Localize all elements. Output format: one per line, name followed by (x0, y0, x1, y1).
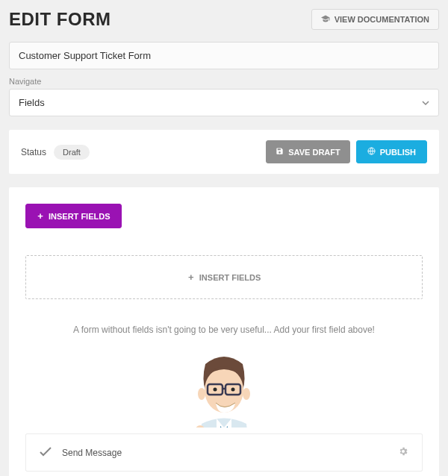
insert-fields-button[interactable]: + INSERT FIELDS (25, 204, 122, 228)
send-message-action[interactable]: Send Message (25, 433, 423, 472)
gear-icon[interactable] (398, 446, 408, 459)
svg-point-8 (231, 388, 235, 392)
chevron-down-icon (422, 98, 429, 108)
check-icon (40, 447, 52, 459)
save-icon (276, 147, 284, 157)
plus-icon: + (37, 211, 44, 221)
insert-fields-dropzone[interactable]: + INSERT FIELDS (25, 255, 423, 299)
svg-point-1 (205, 368, 243, 413)
publish-label: PUBLISH (380, 148, 416, 157)
plus-icon: + (187, 272, 195, 282)
save-draft-button[interactable]: SAVE DRAFT (266, 140, 349, 163)
view-documentation-label: VIEW DOCUMENTATION (335, 15, 429, 24)
svg-point-3 (243, 388, 250, 400)
publish-button[interactable]: PUBLISH (356, 140, 427, 163)
navigate-label: Navigate (9, 77, 439, 86)
globe-icon (367, 147, 376, 157)
status-badge: Draft (54, 145, 90, 160)
view-documentation-button[interactable]: VIEW DOCUMENTATION (311, 9, 439, 30)
navigate-selected-value: Fields (19, 97, 45, 108)
graduation-cap-icon (321, 15, 330, 24)
fields-panel: + INSERT FIELDS + INSERT FIELDS A form w… (9, 187, 439, 476)
helper-avatar (25, 353, 423, 428)
status-bar: Status Draft SAVE DRAFT PUBLISH (9, 130, 439, 174)
status-label: Status (21, 147, 46, 157)
save-draft-label: SAVE DRAFT (288, 148, 340, 157)
navigate-select[interactable]: Fields (9, 89, 439, 116)
send-message-label: Send Message (62, 448, 122, 458)
svg-point-2 (198, 388, 205, 400)
dropzone-label: INSERT FIELDS (199, 273, 261, 282)
insert-fields-button-label: INSERT FIELDS (49, 212, 111, 221)
form-title-input[interactable] (9, 42, 439, 69)
page-title: EDIT FORM (9, 9, 111, 30)
empty-state-message: A form without fields isn't going to be … (25, 325, 423, 335)
svg-point-7 (214, 388, 217, 392)
